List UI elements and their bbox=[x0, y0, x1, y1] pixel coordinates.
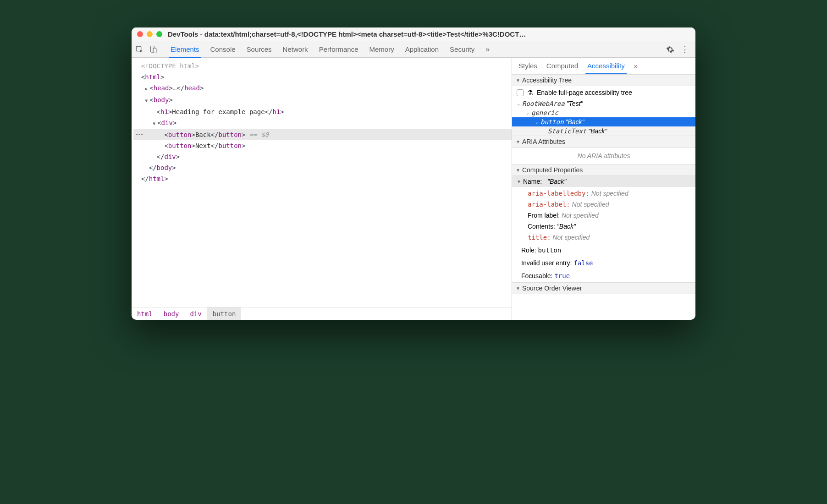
doctype: <!DOCTYPE html> bbox=[141, 62, 199, 70]
breadcrumbs: html body div button bbox=[132, 307, 512, 320]
main-tabs: Elements Console Sources Network Perform… bbox=[165, 41, 666, 57]
tab-accessibility[interactable]: Accessibility bbox=[583, 58, 629, 74]
tab-network[interactable]: Network bbox=[277, 41, 314, 57]
tab-computed[interactable]: Computed bbox=[542, 58, 583, 74]
minimize-icon[interactable] bbox=[147, 31, 153, 37]
computed-header[interactable]: ▼Computed Properties bbox=[512, 164, 695, 176]
svg-rect-2 bbox=[153, 48, 156, 53]
elements-pane: <!DOCTYPE html> <html> ▶<head>…</head> ▼… bbox=[132, 58, 512, 320]
tab-elements[interactable]: Elements bbox=[165, 41, 205, 57]
window-title: DevTools - data:text/html;charset=utf-8,… bbox=[168, 30, 690, 38]
enable-checkbox[interactable] bbox=[517, 89, 524, 96]
more-tabs-icon[interactable]: » bbox=[480, 41, 495, 57]
tab-memory[interactable]: Memory bbox=[364, 41, 400, 57]
computed-name-row[interactable]: ▼Name: "Back" bbox=[512, 176, 695, 187]
h1-tag: h1 bbox=[160, 108, 168, 115]
kebab-icon[interactable]: ⋮ bbox=[681, 47, 689, 52]
role-row: Role: button bbox=[512, 244, 695, 257]
acc-root[interactable]: ⌄RootWebArea "Test" bbox=[512, 99, 695, 108]
traffic-lights bbox=[137, 31, 162, 37]
tab-console[interactable]: Console bbox=[205, 41, 241, 57]
invalid-row: Invalid user entry: false bbox=[512, 257, 695, 269]
acc-tree-header[interactable]: ▼Accessibility Tree bbox=[512, 74, 695, 86]
enable-label: Enable full-page accessibility tree bbox=[537, 89, 632, 96]
button-tag-2: button bbox=[168, 142, 192, 149]
accessibility-tree[interactable]: ⌄RootWebArea "Test" ⌄generic ⌄button "Ba… bbox=[512, 99, 695, 136]
aria-header[interactable]: ▼ARIA Attributes bbox=[512, 136, 695, 148]
gear-icon[interactable] bbox=[666, 45, 674, 54]
html-tag: html bbox=[145, 73, 160, 81]
side-tabs: Styles Computed Accessibility » bbox=[512, 58, 695, 74]
more-side-tabs-icon[interactable]: » bbox=[629, 58, 642, 74]
inspect-icon[interactable] bbox=[135, 45, 143, 54]
device-icon[interactable] bbox=[149, 45, 157, 54]
main-toolbar: Elements Console Sources Network Perform… bbox=[132, 41, 695, 58]
crumb-body[interactable]: body bbox=[158, 307, 185, 320]
main-content: <!DOCTYPE html> <html> ▶<head>…</head> ▼… bbox=[132, 58, 695, 320]
source-order-header[interactable]: ▼Source Order Viewer bbox=[512, 282, 695, 294]
head-tag: head bbox=[154, 84, 169, 92]
acc-button-selected[interactable]: ⌄button "Back" bbox=[512, 117, 695, 126]
aria-empty: No ARIA attributes bbox=[512, 148, 695, 164]
flask-icon: ⚗ bbox=[527, 89, 533, 96]
acc-statictext[interactable]: StaticText "Back" bbox=[512, 126, 695, 136]
tab-styles[interactable]: Styles bbox=[514, 58, 542, 74]
enable-full-page-row[interactable]: ⚗ Enable full-page accessibility tree bbox=[512, 86, 695, 99]
zoom-icon[interactable] bbox=[156, 31, 162, 37]
tab-performance[interactable]: Performance bbox=[314, 41, 364, 57]
close-icon[interactable] bbox=[137, 31, 143, 37]
acc-generic[interactable]: ⌄generic bbox=[512, 108, 695, 117]
crumb-button[interactable]: button bbox=[207, 307, 242, 320]
focusable-row: Focusable: true bbox=[512, 269, 695, 282]
devtools-window: DevTools - data:text/html;charset=utf-8,… bbox=[132, 27, 695, 320]
tab-security[interactable]: Security bbox=[444, 41, 480, 57]
tab-sources[interactable]: Sources bbox=[241, 41, 277, 57]
titlebar: DevTools - data:text/html;charset=utf-8,… bbox=[132, 27, 695, 41]
body-tag: body bbox=[154, 96, 169, 104]
selected-dom-row[interactable]: ••• <button>Back</button> == $0 bbox=[133, 129, 512, 140]
side-pane: Styles Computed Accessibility » ▼Accessi… bbox=[512, 58, 695, 320]
div-tag: div bbox=[161, 119, 173, 126]
crumb-div[interactable]: div bbox=[184, 307, 207, 320]
crumb-html[interactable]: html bbox=[132, 307, 158, 320]
dom-tree[interactable]: <!DOCTYPE html> <html> ▶<head>…</head> ▼… bbox=[132, 58, 512, 307]
button-tag-1: button bbox=[168, 131, 192, 138]
tab-application[interactable]: Application bbox=[400, 41, 444, 57]
name-sources: aria-labelledby: Not specified aria-labe… bbox=[512, 187, 695, 244]
